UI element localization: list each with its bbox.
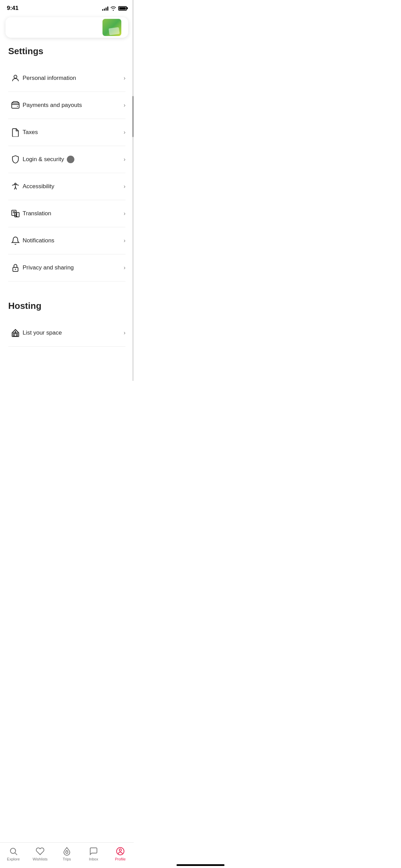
settings-item-taxes[interactable]: Taxes › (8, 119, 125, 146)
accessibility-icon (8, 179, 23, 194)
chevron-icon: › (124, 156, 125, 162)
top-card-preview (5, 17, 128, 38)
security-badge (67, 156, 74, 163)
battery-icon (118, 6, 127, 11)
person-icon (8, 71, 23, 85)
translation-icon (8, 206, 23, 221)
settings-item-notifications[interactable]: Notifications › (8, 227, 125, 254)
settings-item-payments-payouts[interactable]: Payments and payouts › (8, 92, 125, 119)
status-bar: 9:41 (0, 0, 134, 14)
svg-rect-2 (17, 106, 18, 107)
chevron-icon: › (124, 75, 125, 81)
svg-point-7 (15, 269, 16, 270)
settings-item-personal-information[interactable]: Personal information › (8, 65, 125, 92)
login-security-label: Login & security (23, 156, 64, 163)
shield-icon (8, 152, 23, 167)
card-thumbnail (102, 19, 121, 36)
lock-icon (8, 261, 23, 275)
settings-item-privacy-sharing[interactable]: Privacy and sharing › (8, 254, 125, 281)
settings-item-list-space[interactable]: List your space › (8, 320, 125, 347)
accessibility-label: Accessibility (23, 183, 54, 190)
chevron-icon: › (124, 102, 125, 108)
house-plus-icon (8, 326, 23, 340)
list-space-label: List your space (23, 329, 62, 336)
svg-point-0 (14, 75, 17, 78)
settings-list: Personal information › Payments and payo… (8, 65, 125, 281)
settings-item-login-security[interactable]: Login & security › (8, 146, 125, 173)
chevron-icon: › (124, 330, 125, 336)
hosting-list: List your space › (8, 320, 125, 347)
translation-label: Translation (23, 210, 51, 217)
chevron-icon: › (124, 183, 125, 190)
svg-rect-1 (12, 103, 19, 108)
payments-payouts-label: Payments and payouts (23, 102, 82, 109)
signal-icon (102, 6, 108, 11)
taxes-label: Taxes (23, 129, 38, 136)
privacy-sharing-label: Privacy and sharing (23, 264, 74, 271)
personal-information-label: Personal information (23, 75, 76, 82)
settings-item-translation[interactable]: Translation › (8, 200, 125, 227)
hosting-title: Hosting (8, 301, 125, 311)
status-time: 9:41 (7, 5, 19, 12)
chevron-icon: › (124, 210, 125, 217)
chevron-icon: › (124, 238, 125, 244)
settings-item-accessibility[interactable]: Accessibility › (8, 173, 125, 200)
wallet-icon (8, 98, 23, 112)
bell-icon (8, 233, 23, 248)
chevron-icon: › (124, 129, 125, 135)
chevron-icon: › (124, 265, 125, 271)
settings-title: Settings (8, 46, 125, 57)
main-content: Settings Personal information › (0, 46, 134, 381)
wifi-icon (110, 6, 116, 11)
status-icons (102, 6, 127, 11)
document-icon (8, 125, 23, 140)
notifications-label: Notifications (23, 237, 54, 244)
